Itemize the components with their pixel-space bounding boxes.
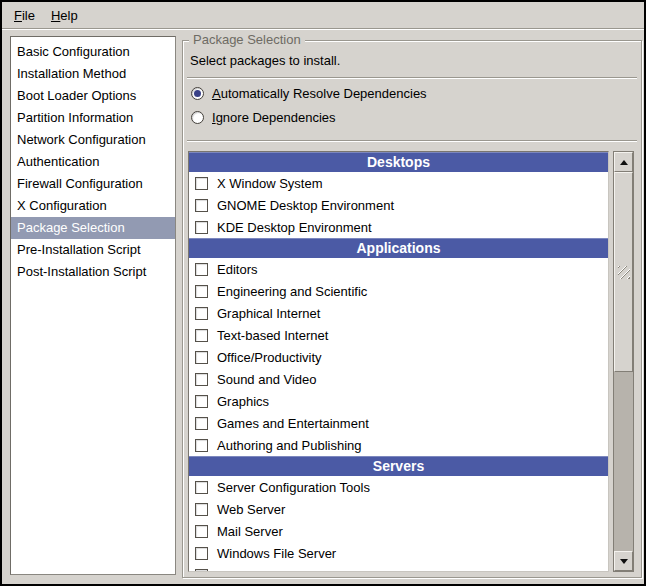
radio-label: Ignore Dependencies [212,110,336,125]
package-checkbox[interactable] [195,417,208,430]
package-checkbox[interactable] [195,395,208,408]
package-checkbox[interactable] [195,221,208,234]
sidebar-item-label: Package Selection [17,220,125,235]
package-label: Engineering and Scientific [217,284,367,299]
sidebar-section-list: Basic Configuration Installation Method … [10,36,176,575]
package-row[interactable]: GNOME Desktop Environment [189,194,608,216]
menu-file-label: ile [22,8,35,23]
arrow-up-icon [620,160,628,165]
package-label: KDE Desktop Environment [217,220,372,235]
sidebar-item[interactable]: Authentication [11,151,175,173]
menu-help[interactable]: Help [43,5,86,26]
menu-help-label: elp [60,8,77,23]
sidebar-item-label: Network Configuration [17,132,146,147]
menu-bar: File Help [2,2,644,28]
package-checkbox[interactable] [195,177,208,190]
description-text: Select packages to install. [190,53,340,68]
package-row[interactable]: Engineering and Scientific [189,280,608,302]
scrollbar-thumb[interactable] [614,172,633,372]
separator [187,140,637,142]
package-row[interactable]: Mail Server [189,520,608,542]
package-label: Games and Entertainment [217,416,369,431]
package-checkbox[interactable] [195,481,208,494]
sidebar-item[interactable]: Pre-Installation Script [11,239,175,261]
sidebar-item-label: Boot Loader Options [17,88,136,103]
radio-label: Automatically Resolve Dependencies [212,86,427,101]
sidebar-item-label: Pre-Installation Script [17,242,141,257]
package-label: Server Configuration Tools [217,480,370,495]
scrollbar-up-button[interactable] [614,152,633,172]
sidebar-item-label: Post-Installation Script [17,264,146,279]
sidebar-item-label: Installation Method [17,66,126,81]
package-row[interactable]: Authoring and Publishing [189,434,608,456]
package-checkbox[interactable] [195,525,208,538]
sidebar-item[interactable]: Post-Installation Script [11,261,175,283]
package-label: Graphics [217,394,269,409]
separator [187,77,637,79]
arrow-down-icon [620,559,628,564]
menu-file[interactable]: File [6,5,43,26]
frame-title: Package Selection [189,32,305,48]
scrollbar-track[interactable] [614,372,633,551]
package-checkbox[interactable] [195,547,208,560]
package-label: Authoring and Publishing [217,438,362,453]
package-row[interactable]: Graphical Internet [189,302,608,324]
package-row[interactable]: KDE Desktop Environment [189,216,608,238]
package-list-area: DesktopsX Window SystemGNOME Desktop Env… [188,151,634,572]
package-checkbox[interactable] [195,503,208,516]
sidebar-item[interactable]: Basic Configuration [11,41,175,63]
sidebar-item[interactable]: Boot Loader Options [11,85,175,107]
radio-icon[interactable] [191,111,204,124]
sidebar-item-label: X Configuration [17,198,107,213]
kickstart-configurator-window: File Help Basic Configuration Installati… [0,0,646,586]
menu-help-mnemonic: H [51,8,60,23]
vertical-scrollbar[interactable] [613,151,634,572]
sidebar-item[interactable]: Partition Information [11,107,175,129]
package-row[interactable]: X Window System [189,172,608,194]
sidebar-item[interactable]: Network Configuration [11,129,175,151]
package-label: Mail Server [217,524,283,539]
menubar-separator [2,28,644,30]
sidebar-item[interactable]: Package Selection [11,217,175,239]
radio-icon[interactable] [191,87,204,100]
package-label: GNOME Desktop Environment [217,198,394,213]
package-category-header: Desktops [189,152,608,172]
package-label: Sound and Video [217,372,317,387]
package-checkbox[interactable] [195,199,208,212]
radio-ignore-dependencies[interactable]: Ignore Dependencies [191,107,336,127]
package-checkbox[interactable] [195,263,208,276]
package-label: Windows File Server [217,546,336,561]
sidebar-item[interactable]: X Configuration [11,195,175,217]
sidebar-item[interactable]: Installation Method [11,63,175,85]
package-row[interactable]: Editors [189,258,608,280]
package-category-header: Applications [189,238,608,258]
package-row-partial[interactable] [189,564,608,572]
package-label: X Window System [217,176,322,191]
package-checkbox[interactable] [195,439,208,452]
package-checkbox[interactable] [195,329,208,342]
package-list: DesktopsX Window SystemGNOME Desktop Env… [188,151,609,572]
package-row[interactable]: Windows File Server [189,542,608,564]
package-checkbox[interactable] [195,569,208,573]
package-row[interactable]: Games and Entertainment [189,412,608,434]
package-row[interactable]: Sound and Video [189,368,608,390]
radio-auto-resolve-dependencies[interactable]: Automatically Resolve Dependencies [191,83,427,103]
sidebar-item[interactable]: Firewall Configuration [11,173,175,195]
package-checkbox[interactable] [195,307,208,320]
package-row[interactable]: Text-based Internet [189,324,608,346]
sidebar-item-label: Partition Information [17,110,133,125]
package-label: Web Server [217,502,285,517]
package-label: Text-based Internet [217,328,328,343]
package-category-header: Servers [189,456,608,476]
package-checkbox[interactable] [195,285,208,298]
menu-file-mnemonic: F [14,8,22,23]
package-row[interactable]: Server Configuration Tools [189,476,608,498]
package-row[interactable]: Web Server [189,498,608,520]
sidebar-item-label: Basic Configuration [17,44,130,59]
package-checkbox[interactable] [195,351,208,364]
sidebar-item-label: Firewall Configuration [17,176,143,191]
scrollbar-down-button[interactable] [614,551,633,571]
package-row[interactable]: Graphics [189,390,608,412]
package-checkbox[interactable] [195,373,208,386]
package-row[interactable]: Office/Productivity [189,346,608,368]
